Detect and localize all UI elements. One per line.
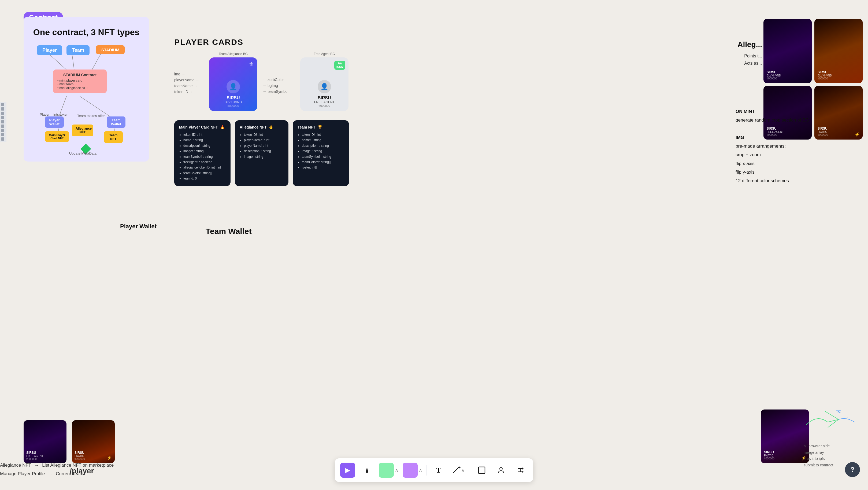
bottom-right-nft-name: SIRSU	[764, 450, 806, 454]
card-1-container: Team Allegiance BG ⚜ 👤 SIRSU BLVKHVND #0…	[209, 52, 257, 114]
line-icon	[451, 465, 461, 475]
toolbar: ▶ ∧ ∧ T ∧	[335, 458, 533, 482]
team-makes-offer: Team makes offer	[77, 114, 105, 118]
main-player-nft-title: Main Player Card NFT 🔥	[179, 125, 226, 129]
player-name-label: playerName →	[174, 78, 204, 82]
swatch-purple[interactable]	[403, 463, 417, 478]
chevron-up-3[interactable]: ∧	[461, 468, 465, 473]
team-wallet-label: Team Wallet	[206, 227, 252, 236]
help-icon: ?	[850, 466, 855, 473]
player-cards-title: PLAYER CARDS	[174, 37, 349, 47]
middle-arrow-labels: ← zorbColor ← bgImg ← teamSymbol	[263, 72, 295, 94]
allegiance-nft-node: Allegiance NFT	[72, 124, 93, 136]
allegiance-nft-label: Allegiance NFT	[0, 463, 31, 468]
allegiance-breadcrumb: Allegiance NFT → List Allegiance NFT on …	[0, 463, 114, 468]
right-nft-2-sub: BLVKHVND	[817, 74, 860, 77]
card-1-avatar: 👤	[226, 80, 240, 93]
contract-title: One contract, 3 NFT types	[32, 27, 141, 37]
right-nft-1-name: SIRSU	[767, 70, 808, 74]
img-label: img →	[174, 72, 204, 76]
card-2-name: SIRSU	[318, 95, 331, 100]
team-nft-card: Team NFT 🏆 token ID! : int name! : strin…	[293, 120, 349, 186]
bottom-nft-1-name: SIRSU	[26, 451, 64, 455]
svg-text:→: →	[845, 415, 848, 419]
connect-tool[interactable]	[513, 463, 528, 478]
bottom-right-nft-id: #000000	[764, 457, 806, 460]
on-mint-sub: generate random crop section of BG	[736, 116, 809, 124]
pen-tool[interactable]	[360, 463, 374, 478]
connect-icon	[517, 466, 524, 474]
bottom-nft-2: SIRSU FNATIC #000000 ⚡	[72, 420, 115, 463]
text-tool[interactable]: T	[431, 463, 446, 478]
svg-point-15	[500, 467, 502, 470]
img-flipx: flip x-axis	[736, 160, 809, 168]
cards-with-arrows: img → playerName → teamName → token ID →…	[174, 52, 349, 114]
bottom-nft-2-name: SIRSU	[74, 451, 112, 455]
select-tool[interactable]: ▶	[340, 463, 355, 478]
img-colorschemes: 12 different color schemes	[736, 177, 809, 185]
fire-icon: 🔥	[220, 125, 225, 129]
stadium-contract-label: STADIUM Contract	[57, 73, 102, 77]
card-2-bg-label: Free Agent BG	[300, 52, 348, 56]
stadium-node: STADIUM	[96, 45, 125, 54]
arrow-1: →	[34, 463, 39, 468]
team-name-label: teamName →	[174, 84, 204, 88]
player-path: /player	[70, 467, 94, 475]
flow-diagram: Player Team STADIUM STADIUM Contract • m…	[32, 45, 141, 147]
allege-notes: Points t...Acts as...	[744, 52, 762, 67]
team-nft-fields: token ID! : int name! : string descripti…	[298, 132, 344, 170]
card-1-name: SIRSU	[227, 95, 240, 100]
avatar-tool[interactable]	[494, 463, 508, 478]
swatch-green[interactable]	[379, 463, 394, 478]
pointer-icon: ▶	[345, 466, 350, 474]
help-button[interactable]: ?	[845, 462, 860, 477]
svg-marker-11	[366, 467, 368, 473]
card-1-symbol: ⚜	[249, 61, 254, 68]
img-flipy: flip y-axis	[736, 168, 809, 177]
player-card-1: ⚜ 👤 SIRSU BLVKHVND #000000	[209, 57, 257, 111]
on-mint-section: ON MINT generate random crop section of …	[736, 107, 809, 185]
bottom-nft-1-sub: FREE AGENT	[26, 455, 64, 458]
right-nft-4-sub: FNATIC	[817, 131, 860, 133]
fa-badge: F/AICON	[334, 61, 345, 70]
player-node: Player	[37, 45, 62, 55]
player-wallet-node: Player Wallet	[45, 116, 64, 128]
toolbar-divider-2	[470, 465, 470, 475]
zorb-label: ← zorbColor	[263, 78, 295, 82]
svg-marker-16	[523, 467, 524, 470]
nft-cards-row: Main Player Card NFT 🔥 token ID! : int n…	[174, 120, 349, 186]
img-label-text: IMG	[736, 133, 809, 142]
left-arrow-labels: img → playerName → teamName → token ID →	[174, 72, 204, 94]
color-swatch-group-2: ∧	[403, 463, 422, 478]
img-premade: pre-made arrangements:	[736, 142, 809, 150]
manage-player-label: Manage Player Profile	[0, 471, 45, 477]
card-2-id: #000000	[319, 104, 330, 107]
card-1-id: #000000	[227, 104, 239, 107]
scribble-area: TC → all browser side merge array fires …	[804, 409, 857, 468]
text-icon: T	[436, 466, 441, 474]
hand-icon: 🤚	[269, 125, 273, 129]
chevron-up-2[interactable]: ∧	[419, 467, 422, 473]
toolbar-divider-1	[427, 465, 427, 475]
stadium-contract-node: STADIUM Contract • mint player card• min…	[53, 69, 107, 93]
right-nft-4-name: SIRSU	[817, 127, 860, 131]
right-nft-1-id: #000000	[767, 77, 808, 80]
card-1-sub: BLVKHVND	[225, 100, 242, 104]
right-nft-2-name: SIRSU	[817, 70, 860, 74]
right-nft-2-id: #000000	[817, 77, 860, 80]
bottom-nft-1-id: #000000	[26, 458, 64, 460]
team-nft-title: Team NFT 🏆	[298, 125, 344, 129]
img-crop: crop + zoom	[736, 150, 809, 159]
pen-icon	[364, 466, 370, 474]
frame-tool[interactable]	[474, 463, 489, 478]
chevron-up-1[interactable]: ∧	[395, 467, 398, 473]
team-symbol-label: ← teamSymbol	[263, 89, 295, 94]
card-2-container: Free Agent BG F/AICON 👤 SIRSU FREE AGENT…	[300, 52, 348, 114]
line-tool[interactable]: ∧	[451, 463, 465, 478]
right-nft-4: SIRSU FNATIC #000000	[814, 86, 863, 140]
right-nft-1: SIRSU BLVKHVND #000000	[764, 19, 812, 83]
card-2-sub: FREE AGENT	[314, 100, 335, 104]
breadcrumb-row-1: Allegiance NFT → List Allegiance NFT on …	[0, 463, 114, 468]
person-icon	[497, 466, 505, 474]
update-metadata: Update MetaData	[69, 151, 96, 155]
